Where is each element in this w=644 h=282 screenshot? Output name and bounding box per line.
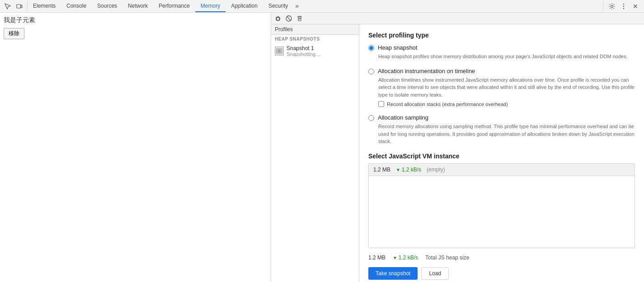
svg-point-4 — [623, 5, 624, 6]
clear-profiles-icon[interactable] — [284, 14, 294, 23]
take-snapshot-toolbar-icon[interactable] — [273, 14, 283, 23]
svg-point-12 — [278, 50, 281, 52]
tab-sources[interactable]: Sources — [92, 0, 122, 12]
allocation-timeline-radio[interactable] — [368, 69, 374, 74]
profile-name: Snapshot 1 — [287, 45, 320, 51]
devtools-icons-left — [0, 1, 28, 11]
profile-snapshot-icon — [275, 46, 284, 55]
tab-memory[interactable]: Memory — [195, 0, 226, 12]
devtools-memory-panel: Profiles HEAP SNAPSHOTS Snapshot 1 Snaps… — [271, 13, 644, 282]
heap-snapshot-radio[interactable] — [368, 45, 374, 51]
heap-snapshots-section-header: HEAP SNAPSHOTS — [271, 35, 359, 43]
tab-network[interactable]: Network — [122, 0, 153, 12]
vm-instance-row[interactable]: 1.2 MB 1.2 kB/s (empty) — [369, 164, 635, 176]
profiling-options-panel: Select profiling type Heap snapshot Heap… — [359, 24, 644, 282]
svg-line-8 — [287, 17, 291, 20]
tab-console[interactable]: Console — [61, 0, 92, 12]
devtools-tabs: Elements Console Sources Network Perform… — [28, 0, 603, 12]
vm-footer-size: 1.2 MB — [368, 254, 385, 261]
tab-performance[interactable]: Performance — [153, 0, 195, 12]
svg-rect-0 — [17, 5, 21, 8]
memory-panel-toolbar — [271, 13, 644, 24]
vm-empty-label: (empty) — [427, 166, 445, 173]
svg-point-3 — [623, 3, 624, 4]
more-tabs-button[interactable]: » — [293, 0, 301, 12]
allocation-timeline-label[interactable]: Allocation instrumentation on timeline — [378, 68, 475, 74]
memory-panel-body: Profiles HEAP SNAPSHOTS Snapshot 1 Snaps… — [271, 24, 644, 282]
profiling-section-title: Select profiling type — [368, 32, 635, 39]
vm-footer-label: Total JS heap size — [425, 254, 469, 261]
more-options-icon[interactable] — [619, 1, 629, 11]
allocation-sampling-label[interactable]: Allocation sampling — [378, 114, 428, 121]
main-area: 我是子元素 移除 — [0, 13, 644, 282]
take-snapshot-button[interactable]: Take snapshot — [368, 267, 418, 280]
device-mode-icon[interactable] — [14, 1, 24, 11]
close-devtools-icon[interactable]: ✕ — [630, 1, 640, 11]
svg-point-2 — [611, 5, 613, 7]
action-buttons: Take snapshot Load — [368, 267, 635, 280]
list-item[interactable]: Snapshot 1 Snapshotting… — [271, 43, 359, 59]
inspect-element-icon[interactable] — [3, 1, 13, 11]
profiles-sidebar: Profiles HEAP SNAPSHOTS Snapshot 1 Snaps… — [271, 24, 359, 282]
svg-rect-1 — [21, 5, 22, 8]
allocation-sampling-radio[interactable] — [368, 115, 374, 121]
profile-info: Snapshot 1 Snapshotting… — [287, 45, 320, 57]
heap-snapshot-desc: Heap snapshot profiles show memory distr… — [378, 53, 635, 60]
vm-empty-area — [369, 176, 635, 248]
allocation-sampling-desc: Record memory allocations using sampling… — [378, 123, 635, 145]
record-allocation-stacks-label[interactable]: Record allocation stacks (extra performa… — [387, 102, 508, 107]
svg-point-5 — [623, 8, 624, 9]
devtools-topbar: Elements Console Sources Network Perform… — [0, 0, 644, 13]
delete-profile-icon[interactable] — [295, 14, 305, 23]
load-button[interactable]: Load — [421, 267, 449, 280]
vm-rate: 1.2 kB/s — [396, 166, 421, 173]
tab-application[interactable]: Application — [226, 0, 263, 12]
devtools-settings-area: ✕ — [603, 1, 644, 11]
allocation-timeline-option: Allocation instrumentation on timeline A… — [368, 68, 635, 107]
vm-table: 1.2 MB 1.2 kB/s (empty) — [368, 163, 635, 248]
profile-status: Snapshotting… — [287, 51, 320, 57]
vm-footer: 1.2 MB 1.2 kB/s Total JS heap size — [368, 252, 635, 264]
page-element-text: 我是子元素 — [4, 16, 35, 24]
page-content: 我是子元素 移除 — [0, 13, 271, 282]
vm-section-title: Select JavaScript VM instance — [368, 153, 635, 160]
heap-snapshot-label[interactable]: Heap snapshot — [378, 44, 417, 51]
record-allocation-stacks-checkbox[interactable] — [378, 101, 384, 107]
settings-icon[interactable] — [607, 1, 617, 11]
profiles-tab-label: Profiles — [271, 24, 359, 35]
heap-snapshot-option: Heap snapshot Heap snapshot profiles sho… — [368, 44, 635, 60]
remove-button[interactable]: 移除 — [4, 28, 24, 39]
record-allocation-stacks-option: Record allocation stacks (extra performa… — [378, 101, 635, 107]
allocation-timeline-desc: Allocation timelines show instrumented J… — [378, 76, 635, 99]
tab-elements[interactable]: Elements — [28, 0, 61, 12]
vm-footer-rate: 1.2 kB/s — [393, 254, 418, 261]
allocation-sampling-option: Allocation sampling Record memory alloca… — [368, 114, 635, 145]
tab-security[interactable]: Security — [263, 0, 293, 12]
vm-size: 1.2 MB — [373, 166, 390, 173]
